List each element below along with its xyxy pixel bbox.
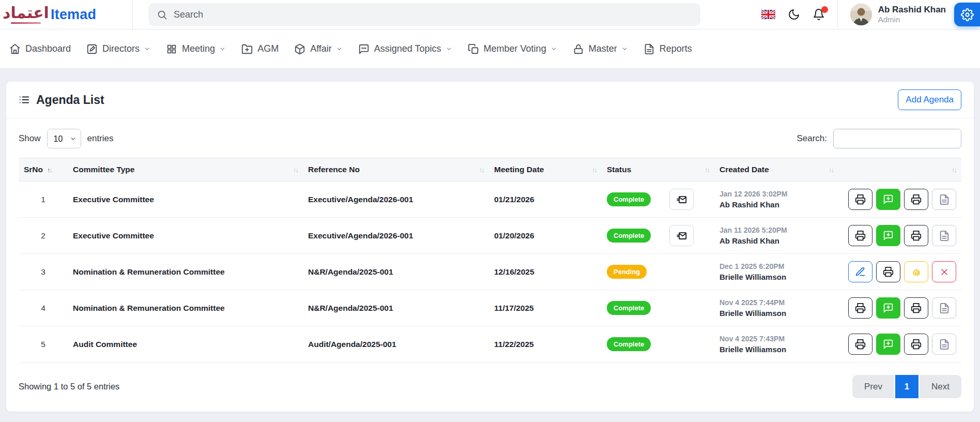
created-by: Ab Rashid Khan (719, 236, 833, 245)
cell-committee-type: Executive Committee (68, 182, 303, 218)
nav-item-assigned-topics[interactable]: Assigned Topics (358, 43, 452, 55)
topbar: اعتماد Itemad (0, 0, 980, 29)
message-plus-button[interactable] (876, 334, 900, 355)
cell-srno: 1 (19, 182, 68, 218)
entries-summary: Showing 1 to 5 of 5 entries (19, 382, 119, 391)
column-header-committee-type[interactable]: Committee Type↑↓ (68, 158, 303, 182)
avatar (850, 4, 872, 25)
print-icon (855, 339, 866, 350)
print-button[interactable] (848, 225, 872, 246)
message-plus-button[interactable] (876, 225, 900, 246)
uk-flag-icon (761, 10, 775, 19)
fingerprint-icon (911, 266, 922, 277)
file-lines-button[interactable] (932, 297, 956, 319)
cell-reference-no: Audit/Agenda/2025-001 (303, 326, 489, 363)
close-button[interactable] (932, 261, 956, 282)
settings-button[interactable] (954, 3, 980, 26)
global-search-input[interactable] (174, 9, 692, 20)
nav-item-meeting[interactable]: Meeting (166, 43, 226, 55)
print-button[interactable] (904, 225, 928, 246)
message-plus-icon (883, 230, 894, 241)
nav-item-agm[interactable]: AGM (241, 43, 279, 55)
message-plus-icon (883, 303, 894, 313)
sort-icon: ↑↓ (952, 166, 956, 174)
nav-item-dashboard[interactable]: Dashboard (9, 43, 71, 55)
page-size-select[interactable]: 10 (47, 129, 81, 148)
agenda-table: SrNo↑↓Committee Type↑↓Reference No↑↓Meet… (19, 158, 961, 363)
created-date: Nov 4 2025 7:43PM (719, 335, 833, 343)
chevron-down-icon (621, 46, 628, 52)
print-icon (911, 194, 922, 205)
add-agenda-button[interactable]: Add Agenda (898, 89, 961, 110)
cell-status: Complete (602, 182, 714, 218)
mail-send-icon (676, 194, 687, 205)
print-icon (911, 339, 922, 350)
global-search[interactable] (148, 3, 700, 26)
nav-item-affair[interactable]: Affair (294, 43, 343, 55)
chevron-down-icon (336, 46, 343, 52)
user-menu[interactable]: Ab Rashid Khan Admin (850, 4, 946, 25)
edit-button[interactable] (848, 261, 872, 282)
nav-item-reports[interactable]: Reports (644, 43, 692, 55)
file-lines-icon (939, 230, 950, 242)
cell-created-date: Jan 12 2026 3:02PM Ab Rashid Khan (714, 182, 838, 218)
page-1-button[interactable]: 1 (895, 375, 918, 398)
fingerprint-button[interactable] (904, 261, 928, 282)
list-icon (19, 94, 30, 106)
message-plus-button[interactable] (876, 189, 900, 210)
dark-mode-button[interactable] (788, 8, 800, 21)
cell-srno: 2 (19, 218, 68, 254)
send-mail-button[interactable] (669, 225, 694, 246)
brand-name: Itemad (51, 7, 96, 23)
column-header-created-date[interactable]: Created Date↑↓ (714, 158, 838, 182)
column-header-meeting-date[interactable]: Meeting Date↑↓ (489, 158, 602, 182)
edit-icon (855, 266, 866, 277)
created-by: Brielle Williamson (719, 309, 833, 318)
prev-page-button[interactable]: Prev (852, 375, 894, 398)
print-icon (911, 230, 922, 241)
notifications-button[interactable] (813, 8, 825, 21)
message-plus-button[interactable] (876, 297, 900, 319)
column-header-status[interactable]: Status↑↓ (602, 158, 714, 182)
close-icon (939, 267, 950, 277)
language-flag-button[interactable] (761, 10, 775, 19)
status-badge: Complete (607, 229, 651, 243)
cell-committee-type: Executive Committee (68, 218, 303, 254)
print-button[interactable] (904, 297, 928, 319)
status-badge: Complete (607, 337, 651, 351)
file-lines-button[interactable] (932, 225, 956, 246)
file-lines-icon (939, 339, 950, 350)
file-lines-button[interactable] (932, 189, 956, 210)
table-search-input[interactable] (833, 129, 961, 148)
print-button[interactable] (848, 189, 872, 210)
print-icon (911, 303, 922, 313)
nav-item-member-voting[interactable]: Member Voting (468, 43, 557, 55)
file-lines-button[interactable] (932, 334, 956, 355)
cell-meeting-date: 01/20/2026 (489, 218, 602, 254)
sort-icon: ↑↓ (479, 166, 484, 174)
print-button[interactable] (848, 334, 872, 355)
created-by: Ab Rashid Khan (719, 200, 833, 209)
cell-meeting-date: 11/22/2025 (489, 326, 602, 363)
next-page-button[interactable]: Next (920, 375, 961, 398)
print-button[interactable] (904, 334, 928, 355)
home-icon (9, 43, 21, 55)
created-date: Jan 12 2026 3:02PM (719, 190, 833, 198)
nav-item-master[interactable]: Master (573, 43, 628, 55)
created-by: Brielle Williamson (719, 345, 833, 354)
print-button[interactable] (876, 261, 900, 282)
sort-icon: ↑↓ (47, 166, 52, 174)
status-badge: Pending (607, 265, 647, 279)
column-header-reference-no[interactable]: Reference No↑↓ (303, 158, 489, 182)
column-header-actions[interactable]: ↑↓ (838, 158, 961, 182)
cell-actions (838, 326, 961, 363)
brand[interactable]: اعتماد Itemad (7, 2, 131, 27)
nav-item-directors[interactable]: Directors (86, 43, 150, 55)
cell-reference-no: Executive/Agenda/2026-001 (303, 218, 489, 254)
print-button[interactable] (904, 189, 928, 210)
cell-committee-type: Nomination & Remuneration Committee (68, 254, 303, 290)
print-button[interactable] (848, 297, 872, 319)
column-header-srno[interactable]: SrNo↑↓ (19, 158, 68, 182)
send-mail-button[interactable] (669, 189, 694, 210)
cell-actions (838, 182, 961, 218)
